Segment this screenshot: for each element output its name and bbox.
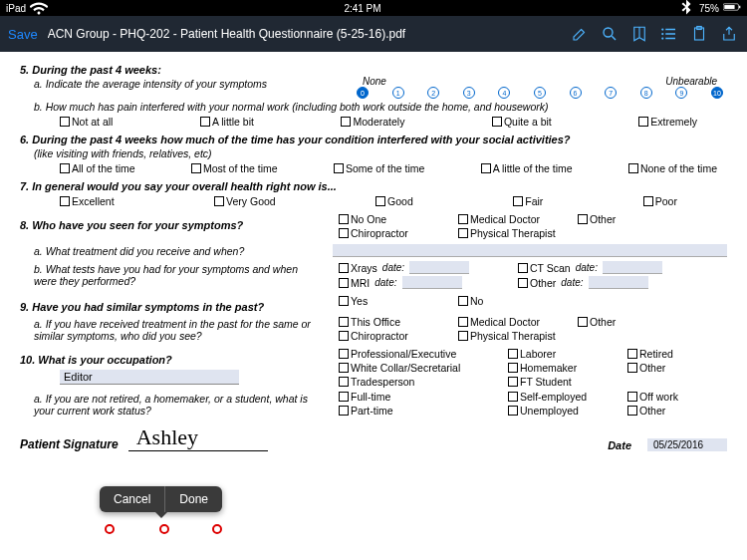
q7-opt-0[interactable]: Excellent [60, 195, 115, 207]
q6-opt-2[interactable]: Some of the time [334, 162, 424, 174]
q10-fulltime[interactable]: Full-time [339, 391, 488, 403]
q10-other[interactable]: Other [627, 362, 727, 374]
q10-white[interactable]: White Collar/Secretarial [339, 362, 488, 374]
q10-title: 10. What is your occupation? [20, 354, 319, 366]
battery-label: 75% [699, 3, 719, 14]
q8-other-date[interactable] [589, 276, 648, 289]
signature-field[interactable]: Ashley [128, 424, 268, 451]
scale-10[interactable]: 10 [711, 87, 723, 99]
wifi-icon [30, 0, 48, 18]
q6-title: 6. During the past 4 weeks how much of t… [20, 134, 727, 145]
scale-8[interactable]: 8 [640, 87, 652, 99]
q8-chiro[interactable]: Chiropractor [339, 227, 438, 239]
q6-opt-0[interactable]: All of the time [60, 162, 135, 174]
date-field[interactable]: 05/25/2016 [647, 438, 727, 451]
q5b-opt-0[interactable]: Not at all [60, 116, 113, 128]
q10-trades[interactable]: Tradesperson [339, 376, 488, 388]
q9-other[interactable]: Other [578, 316, 677, 328]
popup-cancel[interactable]: Cancel [100, 486, 165, 512]
occupation-input[interactable] [60, 370, 239, 385]
clipboard-icon[interactable] [689, 24, 709, 44]
app-toolbar: Save ACN Group - PHQ-202 - Patient Healt… [0, 16, 747, 52]
q10-laborer[interactable]: Laborer [508, 348, 608, 360]
selection-handle-icon[interactable] [159, 524, 169, 534]
q7-title: 7. In general would you say your overall… [20, 180, 727, 192]
svg-point-5 [661, 28, 663, 30]
svg-line-4 [612, 36, 616, 40]
q8a-field[interactable] [333, 244, 727, 257]
scale-1[interactable]: 1 [392, 87, 404, 99]
q5a-label: a. Indicate the average intensity of you… [34, 78, 353, 90]
scale-9[interactable]: 9 [675, 87, 687, 99]
q8b-label: b. What tests have you had for your symp… [34, 263, 319, 287]
search-icon[interactable] [600, 24, 620, 44]
save-button[interactable]: Save [8, 27, 38, 42]
q5b-opt-1[interactable]: A little bit [200, 116, 254, 128]
selection-handle-icon[interactable] [212, 524, 222, 534]
q8-ct-date[interactable] [603, 261, 662, 274]
q8-ct[interactable]: CT Scandate: [518, 261, 677, 274]
q7-opt-2[interactable]: Good [375, 195, 413, 207]
q10a-label: a. If you are not retired, a homemaker, … [34, 393, 319, 417]
q8-xrays-date[interactable] [409, 261, 469, 274]
q10-offwork[interactable]: Off work [627, 391, 727, 403]
q10-other2[interactable]: Other [627, 405, 727, 417]
list-icon[interactable] [659, 24, 679, 44]
scale-6[interactable]: 6 [570, 87, 582, 99]
q6-opt-3[interactable]: A little of the time [481, 162, 573, 174]
q9-no[interactable]: No [458, 295, 558, 307]
scale-5[interactable]: 5 [534, 87, 546, 99]
q8-mri[interactable]: MRIdate: [339, 276, 498, 289]
q8-title: 8. Who have you seen for your symptoms? [20, 219, 319, 231]
annotation-popup: Cancel Done [100, 486, 222, 512]
q6-opt-4[interactable]: None of the time [628, 162, 717, 174]
q10-student[interactable]: FT Student [508, 376, 608, 388]
q7-opt-1[interactable]: Very Good [214, 195, 276, 207]
q5b-opt-2[interactable]: Moderately [341, 116, 404, 128]
q10-parttime[interactable]: Part-time [339, 405, 488, 417]
q8-other[interactable]: Other [578, 213, 677, 225]
q9-chiro[interactable]: Chiropractor [339, 330, 438, 342]
q7-opt-4[interactable]: Poor [643, 195, 677, 207]
scale-2[interactable]: 2 [427, 87, 439, 99]
q8-other-test[interactable]: Otherdate: [518, 276, 677, 289]
q9-office[interactable]: This Office [339, 316, 438, 328]
svg-rect-1 [724, 5, 734, 9]
q8-pt[interactable]: Physical Therapist [458, 227, 558, 239]
q9-yes[interactable]: Yes [339, 295, 438, 307]
q5b-opt-4[interactable]: Extremely [638, 116, 697, 128]
q8-xrays[interactable]: Xraysdate: [339, 261, 498, 274]
share-icon[interactable] [719, 24, 739, 44]
scale-4[interactable]: 4 [498, 87, 510, 99]
q10-unemp[interactable]: Unemployed [508, 405, 608, 417]
q8-noone[interactable]: No One [339, 213, 438, 225]
selection-handle-icon[interactable] [105, 524, 115, 534]
q6-opt-1[interactable]: Most of the time [191, 162, 278, 174]
q7-opt-3[interactable]: Fair [513, 195, 543, 207]
q9-pt[interactable]: Physical Therapist [458, 330, 558, 342]
q5-none-label: None [363, 76, 386, 87]
q8a-label: a. What treatment did you receive and wh… [34, 245, 333, 257]
q10-retired[interactable]: Retired [627, 348, 727, 360]
q10-selfemp[interactable]: Self-employed [508, 391, 608, 403]
q8-md[interactable]: Medical Doctor [458, 213, 558, 225]
q9-md[interactable]: Medical Doctor [458, 316, 558, 328]
status-time: 2:41 PM [48, 3, 677, 14]
scale-7[interactable]: 7 [605, 87, 617, 99]
q5-title: 5. During the past 4 weeks: [20, 64, 727, 76]
q6-paren: (like visiting with friends, relatives, … [34, 147, 727, 159]
status-bar: iPad 2:41 PM 75% [0, 0, 747, 16]
scale-3[interactable]: 3 [463, 87, 475, 99]
q10-prof[interactable]: Professional/Executive [339, 348, 488, 360]
scale-0[interactable]: 0 [357, 87, 369, 99]
bookmark-icon[interactable] [629, 24, 649, 44]
bluetooth-icon [677, 0, 695, 18]
carrier-label: iPad [6, 3, 26, 14]
q8-mri-date[interactable] [402, 276, 462, 289]
svg-point-6 [661, 33, 663, 35]
q10-homemaker[interactable]: Homemaker [508, 362, 608, 374]
popup-done[interactable]: Done [165, 486, 222, 512]
q5b-opt-3[interactable]: Quite a bit [492, 116, 552, 128]
q5-unbearable-label: Unbearable [665, 76, 717, 87]
edit-icon[interactable] [570, 24, 590, 44]
